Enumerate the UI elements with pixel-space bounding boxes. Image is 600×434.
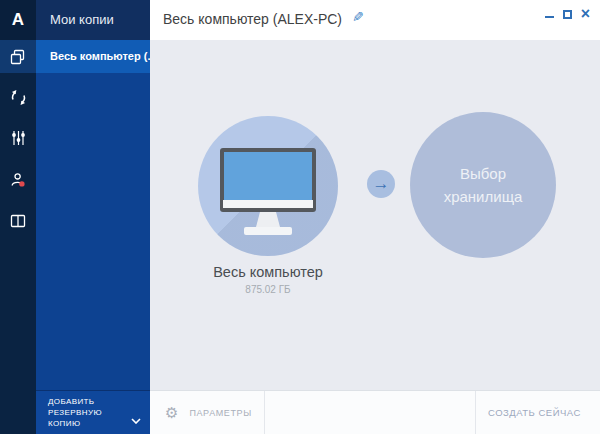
rail-item-account[interactable] bbox=[0, 163, 36, 197]
add-backup-button[interactable]: ДОБАВИТЬ РЕЗЕРВНУЮ КОПИЮ bbox=[36, 390, 150, 434]
edit-pencil-icon[interactable]: ✎ bbox=[352, 9, 364, 25]
rail-item-sync[interactable] bbox=[0, 80, 36, 114]
acronis-logo: A bbox=[0, 0, 36, 40]
footer-divider bbox=[264, 391, 265, 434]
notification-badge bbox=[19, 181, 24, 186]
close-button[interactable]: × bbox=[581, 8, 590, 20]
right-arrow-icon: → bbox=[373, 174, 390, 194]
logo-letter: A bbox=[12, 10, 24, 30]
options-button[interactable]: ⚙ ПАРАМЕТРЫ bbox=[150, 391, 263, 434]
icon-rail: A bbox=[0, 0, 36, 434]
chevron-down-icon[interactable] bbox=[131, 410, 141, 428]
destination-label: Выбор хранилища bbox=[433, 162, 533, 209]
backup-setup-panel: Весь компьютер 875.02 ГБ → Выбор хранили… bbox=[150, 40, 600, 390]
titlebar: Весь компьютер (ALEX-PC) ✎ × bbox=[150, 0, 600, 40]
gear-icon: ⚙ bbox=[165, 405, 178, 420]
app-window: A bbox=[0, 0, 600, 434]
source-size: 875.02 ГБ bbox=[178, 284, 358, 295]
source-label: Весь компьютер bbox=[178, 264, 358, 280]
account-icon bbox=[10, 172, 26, 188]
create-now-label: СОЗДАТЬ СЕЙЧАС bbox=[488, 407, 581, 418]
backup-source-selector[interactable] bbox=[198, 116, 338, 256]
copies-icon bbox=[10, 49, 26, 65]
rail-item-tools[interactable] bbox=[0, 121, 36, 155]
rail-item-help[interactable] bbox=[0, 204, 36, 238]
computer-icon bbox=[220, 148, 316, 235]
maximize-button[interactable] bbox=[563, 10, 572, 19]
backups-sidebar: Мои копии Весь компьютер (... ДОБАВИТЬ Р… bbox=[36, 0, 150, 434]
backup-destination-selector[interactable]: Выбор хранилища bbox=[410, 112, 556, 258]
options-label: ПАРАМЕТРЫ bbox=[189, 408, 251, 418]
minimize-button[interactable] bbox=[545, 16, 554, 18]
sidebar-item-whole-computer[interactable]: Весь компьютер (... bbox=[36, 40, 150, 73]
footer-bar: ⚙ ПАРАМЕТРЫ СОЗДАТЬ СЕЙЧАС bbox=[150, 390, 600, 434]
book-icon bbox=[10, 214, 26, 228]
create-now-button[interactable]: СОЗДАТЬ СЕЙЧАС bbox=[476, 391, 600, 434]
arrow-chip: → bbox=[367, 170, 395, 198]
sidebar-header: Мои копии bbox=[36, 0, 150, 40]
page-title: Весь компьютер (ALEX-PC) bbox=[163, 11, 342, 27]
sliders-icon bbox=[11, 130, 26, 146]
rail-item-backups[interactable] bbox=[0, 40, 36, 73]
window-controls: × bbox=[545, 6, 590, 22]
add-backup-label: ДОБАВИТЬ РЕЗЕРВНУЮ КОПИЮ bbox=[48, 396, 112, 429]
sync-icon bbox=[10, 89, 27, 106]
